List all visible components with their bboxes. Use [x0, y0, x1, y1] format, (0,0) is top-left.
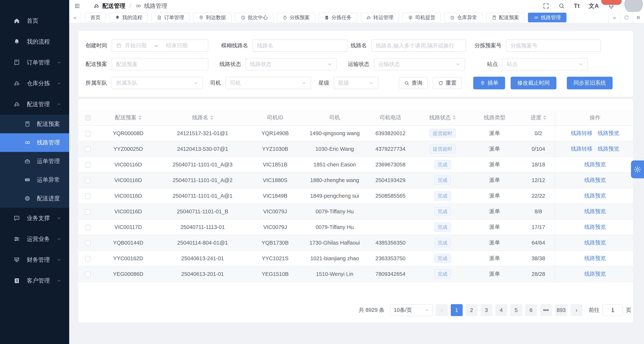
cell-driver_id: VIC0079J [246, 204, 304, 219]
route-preview-link[interactable]: 线路预览 [598, 146, 619, 152]
route-transfer-link[interactable]: 线路转移 [571, 130, 592, 136]
row-checkbox[interactable] [85, 147, 90, 152]
goto-page-input[interactable] [602, 304, 623, 316]
route-status-select[interactable]: 线路状态 [246, 58, 337, 70]
sorting-plan-no-input[interactable] [506, 40, 601, 52]
fullscreen-icon[interactable] [542, 3, 549, 9]
route-manage-icon [135, 3, 141, 9]
tab-batch-center[interactable]: 批次中心 [235, 13, 274, 22]
row-checkbox[interactable] [85, 272, 90, 277]
sidebar-item-delivery-progress[interactable]: 配送进度 [0, 189, 69, 208]
sidebar-item-home[interactable]: 首页 [0, 11, 69, 31]
button-label: 插单 [488, 79, 498, 87]
fuzzy-route-input[interactable] [252, 40, 348, 52]
route-preview-link[interactable]: 线路预览 [584, 161, 606, 167]
station-select[interactable]: 站点 [502, 58, 588, 70]
sidebar-item-route-manage[interactable]: 线路管理 [0, 133, 69, 152]
row-checkbox[interactable] [85, 178, 90, 183]
sidebar-item-order-manage[interactable]: 订单管理 [0, 52, 69, 73]
sidebar-item-operation-business[interactable]: 运营业务 [0, 229, 69, 249]
modify-deadline-button[interactable]: 修改截止时间 [510, 77, 556, 89]
sidebar-item-delivery-manage[interactable]: 配送管理 [0, 94, 69, 115]
menu-fold-icon[interactable] [74, 3, 80, 9]
font-size-icon[interactable]: Tt [574, 3, 580, 9]
insert-order-button[interactable]: 插单 [473, 77, 505, 89]
sort-icon[interactable] [453, 115, 456, 120]
tab-route-manage[interactable]: 线路管理 [528, 13, 566, 22]
tab-sorting-task[interactable]: 分拣任务 [319, 13, 357, 22]
route-preview-link[interactable]: 线路预览 [598, 130, 619, 136]
sort-icon[interactable] [210, 115, 213, 120]
page-button-1[interactable]: 1 [451, 304, 463, 316]
sort-icon[interactable] [138, 115, 141, 120]
row-checkbox[interactable] [85, 131, 90, 136]
tab-driver-pickup[interactable]: 司机提货 [402, 13, 441, 22]
avatar[interactable] [624, 0, 643, 14]
sidebar-item-customer-manage[interactable]: 客户管理 [0, 270, 69, 291]
delivery-plan-input[interactable] [112, 58, 208, 70]
column-header-progress[interactable]: 进度 [520, 110, 557, 125]
page-button-3[interactable]: 3 [480, 304, 492, 316]
route-transfer-link[interactable]: 线路转移 [571, 146, 592, 152]
sidebar-item-waybill-exception[interactable]: AD运单异常 [0, 171, 69, 189]
route-preview-link[interactable]: 线路预览 [584, 255, 606, 261]
tabs-scroll-left-button[interactable]: « [69, 12, 81, 23]
select-all-checkbox[interactable] [85, 115, 90, 121]
sidebar-item-finance-manage[interactable]: 财务管理 [0, 249, 69, 270]
route-preview-link[interactable]: 线路预览 [584, 224, 606, 230]
page-size-select[interactable]: 10条/页 [390, 304, 433, 316]
page-button-2[interactable]: 2 [466, 304, 478, 316]
date-range-picker[interactable]: 开始日期 – 结束日期 [112, 40, 208, 52]
tab-sorting-plan[interactable]: 分拣预案 [277, 13, 315, 22]
transport-status-select[interactable]: 运输状态 [374, 58, 465, 70]
prev-page-button[interactable]: ‹ [436, 304, 448, 316]
row-checkbox[interactable] [85, 256, 90, 261]
route-preview-link[interactable]: 线路预览 [584, 208, 606, 214]
tabs-layout-button[interactable] [632, 12, 644, 23]
tab-home[interactable]: 首页 [85, 13, 106, 22]
page-button-5[interactable]: 5 [510, 304, 522, 316]
search-icon[interactable] [558, 3, 565, 9]
translate-icon[interactable]: 文A [589, 2, 599, 10]
fleet-select[interactable]: 所属车队 [112, 77, 203, 89]
sidebar-item-warehouse-sorting[interactable]: 仓库分拣 [0, 73, 69, 94]
route-preview-link[interactable]: 线路预览 [584, 271, 606, 277]
sidebar-item-waybill-manage[interactable]: 运单管理 [0, 152, 69, 171]
row-checkbox[interactable] [85, 225, 90, 230]
column-header-status[interactable]: 线路状态 [416, 110, 470, 125]
next-page-button[interactable]: › [570, 304, 582, 316]
tab-arrival-data[interactable]: 到达数据 [193, 13, 232, 22]
tabs-scroll-right-button[interactable]: » [608, 12, 620, 23]
tab-order-manage[interactable]: 订单管理 [151, 13, 190, 22]
sort-icon[interactable] [543, 115, 546, 120]
page-button-4[interactable]: 4 [495, 304, 507, 316]
tab-my-flow[interactable]: 我的流程 [110, 13, 148, 22]
reset-button[interactable]: 重置 [433, 77, 462, 89]
column-header-route[interactable]: 线路名 [159, 110, 246, 125]
tabs-refresh-button[interactable] [620, 12, 632, 23]
sidebar-item-my-flow[interactable]: 我的流程 [0, 31, 69, 52]
driver-select[interactable]: 司机 [226, 77, 311, 89]
cell-route: 24121517-321-01@1 [159, 125, 246, 141]
page-button-6[interactable]: 6 [525, 304, 537, 316]
route-preview-link[interactable]: 线路预览 [584, 177, 606, 183]
row-checkbox[interactable] [85, 162, 90, 168]
sidebar-item-business-support[interactable]: 业务支撑 [0, 208, 69, 229]
row-checkbox[interactable] [85, 209, 90, 215]
sidebar-item-delivery-plan[interactable]: 配送预案 [0, 115, 69, 133]
row-checkbox[interactable] [85, 240, 90, 246]
route-preview-link[interactable]: 线路预览 [584, 193, 606, 199]
settings-fab[interactable] [631, 160, 644, 178]
route-preview-link[interactable]: 线路预览 [584, 240, 606, 245]
star-select[interactable]: 星级 [334, 77, 378, 89]
page-button-893[interactable]: 893 [555, 304, 568, 316]
row-checkbox[interactable] [85, 193, 90, 199]
tab-delivery-plan[interactable]: 配送预案 [486, 13, 524, 22]
query-button[interactable]: 查询 [399, 77, 428, 89]
tab-transfer-manage[interactable]: 转运管理 [360, 13, 399, 22]
sync-legacy-button[interactable]: 同步至旧系统 [567, 77, 612, 89]
pages-ellipsis[interactable]: ••• [540, 304, 552, 316]
route-name-input[interactable] [371, 40, 466, 52]
column-header-plan[interactable]: 配送预案 [98, 110, 159, 125]
tab-warehouse-exception[interactable]: 仓库异常 [444, 13, 483, 22]
